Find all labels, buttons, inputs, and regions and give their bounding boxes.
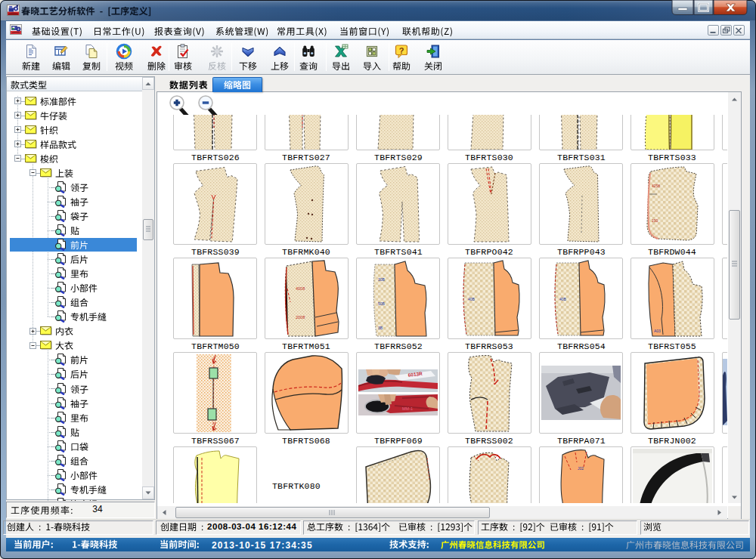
- svg-text:2008: 2008: [296, 315, 305, 320]
- svg-text:190: 190: [652, 218, 658, 223]
- svg-text:3B: 3B: [378, 326, 383, 330]
- svg-text:MM-1: MM-1: [402, 406, 413, 411]
- svg-text:?: ?: [399, 46, 404, 55]
- svg-text:4008: 4008: [296, 286, 305, 291]
- svg-text:40B: 40B: [468, 297, 476, 301]
- svg-text:4258: 4258: [652, 184, 660, 188]
- svg-text:30B: 30B: [378, 277, 386, 282]
- svg-text:40B: 40B: [559, 297, 567, 301]
- svg-text:J02: J02: [578, 466, 584, 471]
- svg-text:50B: 50B: [378, 301, 386, 306]
- svg-text:A03: A03: [654, 329, 661, 333]
